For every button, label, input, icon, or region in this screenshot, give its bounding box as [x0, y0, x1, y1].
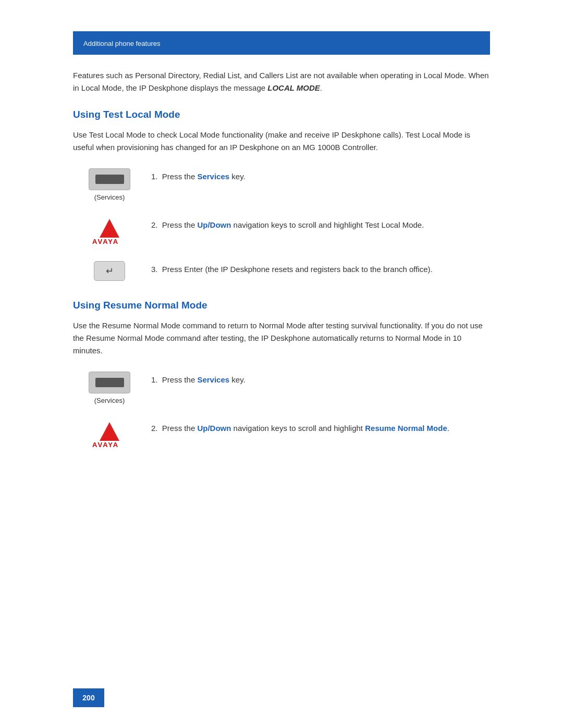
step1-bold: Services: [197, 172, 229, 181]
svg-text:AVAYA: AVAYA: [92, 441, 119, 448]
section2-description: Use the Resume Normal Mode command to re…: [73, 319, 490, 357]
s2-step1-bold: Services: [197, 375, 229, 384]
step2-image-container: AVAYA: [83, 217, 136, 245]
section2-step-1: (Services) 1. Press the Services key.: [83, 372, 490, 404]
section2-step-2: AVAYA 2. Press the Up/Down navigation ke…: [83, 420, 490, 449]
intro-text: Features such as Personal Directory, Red…: [73, 69, 490, 94]
header-bar-label: Additional phone features: [83, 40, 160, 47]
svg-text:AVAYA: AVAYA: [92, 238, 119, 245]
s2-step2-bold2: Resume Normal Mode: [365, 424, 447, 433]
services-button-icon: [89, 168, 130, 190]
intro-text-end: .: [320, 83, 322, 92]
step1-text: 1. Press the Services key.: [151, 168, 246, 183]
s2-services-button-icon: [89, 372, 130, 393]
section1-title: Using Test Local Mode: [73, 109, 490, 120]
step2-bold: Up/Down: [197, 220, 231, 229]
s2-step1-number: 1.: [151, 375, 162, 384]
section2-title: Using Resume Normal Mode: [73, 300, 490, 311]
intro-italic: LOCAL MODE: [267, 83, 320, 92]
section1-step-3: ↵ 3. Press Enter (the IP Deskphone reset…: [83, 261, 490, 281]
section1-step-1: (Services) 1. Press the Services key.: [83, 168, 490, 201]
s2-step2-bold1: Up/Down: [197, 424, 231, 433]
s2-step1-image-label: (Services): [94, 397, 125, 404]
s2-step1-image-container: (Services): [83, 372, 136, 404]
section1-steps: (Services) 1. Press the Services key. AV…: [73, 168, 490, 281]
step1-image-label: (Services): [94, 193, 125, 201]
s2-step2-number: 2.: [151, 424, 162, 433]
s2-step1-text: 1. Press the Services key.: [151, 372, 246, 386]
header-bar: Additional phone features: [73, 31, 490, 55]
step1-image-container: (Services): [83, 168, 136, 201]
s2-step2-image-container: AVAYA: [83, 420, 136, 449]
avaya-logo-icon: AVAYA: [89, 217, 130, 245]
page-number: 200: [82, 694, 94, 702]
section1-description: Use Test Local Mode to check Local Mode …: [73, 129, 490, 154]
page-number-box: 200: [73, 688, 104, 707]
s2-avaya-logo-icon: AVAYA: [89, 420, 130, 449]
step2-text: 2. Press the Up/Down navigation keys to …: [151, 217, 424, 231]
section1-step-2: AVAYA 2. Press the Up/Down navigation ke…: [83, 217, 490, 245]
step3-number: 3.: [151, 265, 162, 274]
page-container: Additional phone features Features such …: [0, 0, 563, 728]
step2-number: 2.: [151, 220, 162, 229]
step3-image-container: ↵: [83, 261, 136, 281]
step3-text: 3. Press Enter (the IP Deskphone resets …: [151, 261, 433, 276]
step1-number: 1.: [151, 172, 162, 181]
enter-key-icon: ↵: [94, 261, 125, 281]
section2-steps: (Services) 1. Press the Services key. AV…: [73, 372, 490, 449]
s2-step2-text: 2. Press the Up/Down navigation keys to …: [151, 420, 449, 435]
